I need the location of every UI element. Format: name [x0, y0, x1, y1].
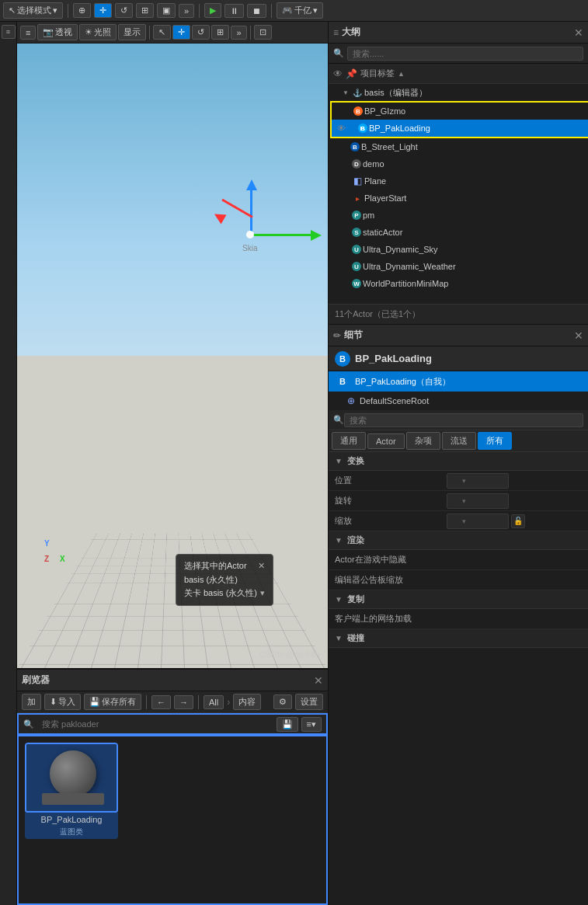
- select-mode-btn[interactable]: ↖ 选择模式 ▾: [3, 2, 63, 19]
- select-vp-btn[interactable]: ↖: [153, 25, 171, 40]
- outline-close[interactable]: ✕: [574, 26, 583, 39]
- asset-item-bp-pakloading[interactable]: BP_PakLoading 蓝图类: [25, 743, 118, 839]
- prop-row-billboard: 编辑器公告板缩放: [329, 570, 588, 590]
- cb-close[interactable]: ✕: [314, 674, 323, 687]
- extra-tool-btn[interactable]: ▣: [157, 3, 176, 18]
- scale-dropdown[interactable]: ▾: [447, 513, 509, 529]
- bp-child-row[interactable]: ⊕ DefaultSceneRoot: [329, 392, 588, 410]
- x-label: X: [60, 555, 65, 563]
- tree-item-demo[interactable]: D demo: [329, 155, 588, 172]
- rotate-tool-btn[interactable]: ↺: [115, 3, 133, 18]
- more-vp-btn[interactable]: »: [231, 26, 246, 40]
- history-fwd-btn[interactable]: →: [174, 695, 193, 709]
- stop-btn[interactable]: ⏹: [247, 4, 266, 18]
- chevron2-icon: ▾: [313, 5, 318, 16]
- tree-item-sky[interactable]: U Ultra_Dynamic_Sky: [329, 241, 588, 258]
- weather-icon: U: [352, 262, 361, 271]
- tree-label-weather: Ultra_Dynamic_Weather: [363, 262, 585, 271]
- move-tool-btn[interactable]: ⊕: [73, 3, 91, 18]
- add-btn[interactable]: 加: [22, 694, 41, 710]
- all-btn[interactable]: All: [204, 695, 224, 709]
- scale-vp-btn[interactable]: ⊞: [211, 25, 229, 40]
- settings-label-btn[interactable]: 设置: [295, 694, 323, 710]
- render-section-header[interactable]: ▼ 渲染: [329, 531, 588, 550]
- tree-item-street-light[interactable]: B B_Street_Light: [329, 138, 588, 155]
- pause-btn[interactable]: ⏸: [224, 4, 244, 18]
- details-search-input[interactable]: [344, 413, 583, 427]
- viewport-area: ≡ 📷 透视 ☀ 光照 显示 ↖ ✛ ↺ ⊞ » ⊡: [17, 22, 328, 905]
- tooltip-line2: basis (永久性): [184, 573, 265, 587]
- bp-selected-row[interactable]: B BP_PakLoading（自我）: [329, 371, 588, 392]
- tree-item-plane[interactable]: ◧ Plane: [329, 172, 588, 190]
- rotation-dropdown[interactable]: ▾: [447, 493, 509, 509]
- replicate-section-header[interactable]: ▼ 复制: [329, 590, 588, 609]
- tree-label-bp-gizmo: BP_GIzmo: [364, 106, 585, 116]
- more-btn[interactable]: »: [179, 4, 194, 18]
- arrow-sky: [341, 245, 350, 254]
- details-header: ✏ 细节 ✕: [329, 325, 588, 346]
- translate-vp-btn[interactable]: ✛: [172, 25, 190, 40]
- tab-all[interactable]: 所有: [478, 432, 512, 450]
- bp-gizmo-icon: B: [353, 106, 363, 116]
- sky-icon: U: [352, 245, 361, 254]
- scale-tool-btn[interactable]: ⊞: [136, 3, 154, 18]
- tree-item-pm[interactable]: P pm: [329, 207, 588, 224]
- viewport-canvas[interactable]: Skia Z Y X ✕ 选择其中的Actor basis (永久性) 关卡 b…: [17, 44, 328, 668]
- transform-widget: Skia: [211, 183, 304, 261]
- tree-item-bp-pakloading[interactable]: 👁 B BP_PakLoading: [332, 120, 588, 137]
- rotate-vp-btn[interactable]: ↺: [192, 25, 210, 40]
- outline-search-input[interactable]: [347, 47, 583, 61]
- position-dropdown[interactable]: ▾: [447, 473, 509, 489]
- import-btn[interactable]: ⬇ 导入: [44, 694, 81, 710]
- eye-btn-pakloading[interactable]: 👁: [335, 122, 347, 134]
- lighting-btn[interactable]: ☀ 光照: [79, 24, 117, 40]
- tooltip-dropdown-arrow[interactable]: ▾: [260, 587, 265, 600]
- tree-item-basis[interactable]: ▼ ⚓ basis（编辑器）: [329, 84, 588, 101]
- tree-item-playerstart[interactable]: ▸ PlayerStart: [329, 190, 588, 207]
- arrow-pm: [341, 211, 350, 220]
- render-section-title: 渲染: [347, 534, 364, 546]
- tree-item-weather[interactable]: U Ultra_Dynamic_Weather: [329, 258, 588, 275]
- display-btn[interactable]: 显示: [118, 24, 146, 40]
- gamepad-icon: 🎮: [282, 5, 293, 16]
- tab-stream[interactable]: 流送: [442, 432, 476, 450]
- static-icon: S: [352, 228, 361, 237]
- tree-item-staticactor[interactable]: S staticActor: [329, 224, 588, 241]
- tree-item-bp-gizmo[interactable]: B BP_GIzmo: [332, 103, 588, 120]
- translate-tool-btn[interactable]: ✛: [94, 3, 112, 18]
- plane-icon: ◧: [352, 176, 363, 186]
- cb-header: 刷览器 ✕: [17, 670, 328, 691]
- tab-general[interactable]: 通用: [332, 432, 366, 450]
- tab-actor[interactable]: Actor: [367, 433, 405, 449]
- cb-title: 刷览器: [22, 674, 311, 687]
- settings-icon-btn[interactable]: ⚙: [273, 694, 292, 709]
- cb-filter-btn[interactable]: ≡▾: [301, 717, 322, 732]
- sep3: [271, 4, 272, 18]
- cb-save-icon-btn[interactable]: 💾: [277, 717, 298, 732]
- play-btn[interactable]: ▶: [204, 3, 221, 18]
- history-back-btn[interactable]: ←: [151, 695, 171, 709]
- scale-lock-btn[interactable]: 🔓: [511, 514, 525, 528]
- bp-name: BP_PakLoading: [355, 353, 432, 364]
- tooltip-close[interactable]: ✕: [258, 559, 265, 573]
- left-strip-menu[interactable]: ≡: [2, 25, 16, 39]
- asset-name: BP_PakLoading: [25, 813, 118, 827]
- tree-item-worldpartition[interactable]: W WorldPartitionMiniMap: [329, 275, 588, 292]
- details-close[interactable]: ✕: [574, 329, 583, 342]
- platform-btn[interactable]: 🎮 千亿 ▾: [277, 2, 323, 19]
- prop-row-position: 位置 ▾: [329, 471, 588, 491]
- tab-misc[interactable]: 杂项: [406, 432, 440, 450]
- viewport-menu-btn[interactable]: ≡: [20, 26, 36, 40]
- content-btn[interactable]: 内容: [233, 694, 261, 710]
- perspective-btn[interactable]: 📷 透视: [37, 24, 78, 40]
- transform-section-header[interactable]: ▼ 变换: [329, 452, 588, 471]
- yellow-box-top: B BP_GIzmo: [330, 101, 588, 120]
- watermark: CSDN @免小昀: [259, 649, 320, 660]
- maximize-vp-btn[interactable]: ⊡: [254, 25, 272, 40]
- cb-search-input[interactable]: [37, 718, 273, 730]
- bp-header: B BP_PakLoading: [329, 346, 588, 371]
- collision-section-header[interactable]: ▼ 碰撞: [329, 629, 588, 648]
- cb-sep2: [198, 695, 199, 709]
- playerstart-icon: ▸: [352, 193, 363, 204]
- save-all-btn[interactable]: 💾 保存所有: [84, 694, 141, 710]
